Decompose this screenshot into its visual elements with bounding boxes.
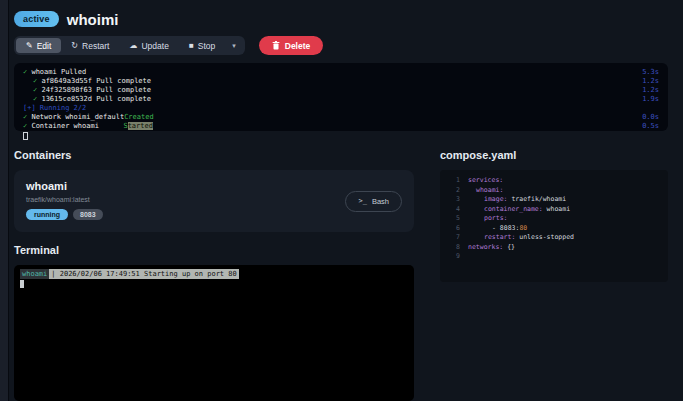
log-line: [+] Running 2/2 [23, 104, 659, 113]
line-number: 2 [448, 186, 460, 196]
restart-button[interactable]: ↻ Restart [61, 38, 119, 53]
line-number: 5 [448, 214, 460, 224]
stop-dropdown-button[interactable]: ▾ [225, 38, 243, 53]
stop-button-label: Stop [198, 41, 216, 51]
line-number: 4 [448, 205, 460, 215]
code-line: 6 - 8083:80 [448, 224, 660, 234]
log-line: ✓ 24f325898f63 Pull complete 1.2s [23, 86, 659, 95]
delete-button-label: Delete [285, 41, 311, 51]
containers-heading: Containers [14, 149, 414, 161]
check-icon: ✓ [33, 77, 37, 85]
check-icon: ✓ [23, 68, 27, 76]
terminal-heading: Terminal [14, 244, 414, 256]
port-badge: 8083 [73, 209, 103, 220]
page-title: whoimi [67, 11, 119, 28]
pencil-icon: ✎ [26, 42, 33, 50]
action-button-group: ✎ Edit ↻ Restart ☁ Update ■ Stop ▾ [14, 36, 245, 55]
log-duration: 1.9s [642, 95, 659, 104]
update-button[interactable]: ☁ Update [119, 38, 178, 53]
log-line: ✓ 13615ce8532d Pull complete 1.9s [23, 95, 659, 104]
edit-button[interactable]: ✎ Edit [16, 38, 61, 53]
code-line: 9 [448, 252, 660, 262]
status-badge: active [14, 11, 59, 27]
container-image: traefik/whoami:latest [26, 196, 103, 203]
terminal-service-name: whoami [20, 269, 49, 279]
check-icon: ✓ [33, 86, 37, 94]
terminal-line: whoami| 2026/02/06 17:49:51 Starting up … [20, 270, 408, 279]
code-line: 8 networks: {} [448, 243, 660, 253]
line-number: 7 [448, 233, 460, 243]
log-line: ✓ af8649a3d55f Pull complete 1.2s [23, 77, 659, 86]
log-duration: 1.2s [642, 86, 659, 95]
log-duration: 1.2s [642, 77, 659, 86]
edit-button-label: Edit [37, 41, 52, 51]
container-name: whoami [26, 180, 103, 192]
check-icon: ✓ [33, 95, 37, 103]
chevron-down-icon: ▾ [232, 42, 236, 50]
line-number: 9 [448, 252, 460, 262]
update-button-label: Update [141, 41, 168, 51]
terminal-message: | 2026/02/06 17:49:51 Starting up on por… [49, 269, 238, 279]
bash-button-label: Bash [372, 197, 389, 206]
delete-button[interactable]: Delete [259, 36, 324, 55]
check-icon: ✓ [23, 122, 27, 130]
stop-button[interactable]: ■ Stop [179, 38, 225, 53]
log-duration: 0.0s [642, 113, 659, 122]
container-card: whoami traefik/whoami:latest running 808… [14, 170, 414, 232]
terminal-output[interactable]: whoami| 2026/02/06 17:49:51 Starting up … [14, 265, 414, 401]
cloud-download-icon: ☁ [129, 42, 137, 50]
restart-button-label: Restart [82, 41, 109, 51]
stop-icon: ■ [189, 42, 194, 50]
line-number: 1 [448, 176, 460, 186]
code-line: 5 ports: [448, 214, 660, 224]
status-created: Created [124, 113, 154, 121]
status-started: Started [123, 122, 153, 130]
log-duration: 0.5s [642, 122, 659, 131]
compose-heading: compose.yaml [440, 149, 668, 161]
deploy-log-output[interactable]: ✓ whoami Pulled 5.3s ✓ af8649a3d55f Pull… [14, 63, 668, 131]
line-number: 3 [448, 195, 460, 205]
stack-toolbar: ✎ Edit ↻ Restart ☁ Update ■ Stop ▾ [14, 36, 668, 55]
code-line: 3 image: traefik/whoami [448, 195, 660, 205]
terminal-cursor [20, 280, 24, 288]
code-line: 4 container_name: whoami [448, 205, 660, 215]
terminal-prompt-icon: >_ [358, 197, 366, 205]
log-line: ✓ whoami Pulled 5.3s [23, 68, 659, 77]
sidebar-edge [0, 0, 9, 401]
log-cursor [23, 132, 28, 140]
bash-button[interactable]: >_ Bash [345, 191, 402, 212]
code-line: 2 whoami: [448, 186, 660, 196]
page-header: active whoimi [14, 8, 668, 30]
log-duration: 5.3s [642, 68, 659, 77]
compose-editor[interactable]: 1 services: 2 whoami: 3 image: traefik/w… [440, 170, 668, 282]
log-line: ✓ Container whoamiStarted 0.5s [23, 122, 659, 131]
log-line: ✓ Network whoimi_defaultCreated 0.0s [23, 113, 659, 122]
line-number: 6 [448, 224, 460, 234]
code-line: 7 restart: unless-stopped [448, 233, 660, 243]
line-number: 8 [448, 243, 460, 253]
trash-icon [272, 41, 280, 50]
running-status-badge: running [26, 209, 68, 220]
restart-icon: ↻ [71, 42, 78, 50]
selected-text: tarted [128, 122, 153, 130]
stack-page: active whoimi ✎ Edit ↻ Restart ☁ Update … [14, 8, 668, 401]
check-icon: ✓ [23, 113, 27, 121]
code-line: 1 services: [448, 176, 660, 186]
